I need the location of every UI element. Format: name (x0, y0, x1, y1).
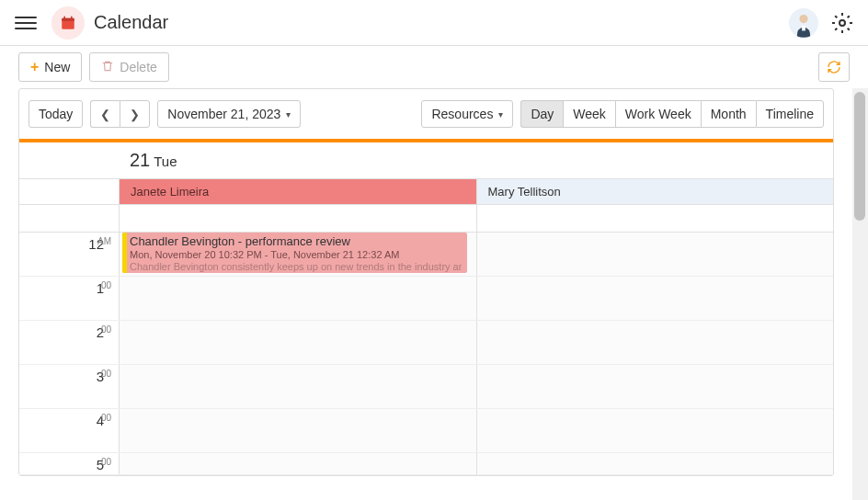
event-title: Chandler Bevington - performance review (130, 234, 462, 248)
caret-down-icon: ▾ (286, 109, 291, 119)
hour-suffix: 00 (101, 457, 111, 467)
view-week-button[interactable]: Week (563, 100, 615, 128)
chevron-left-icon: ❮ (100, 108, 110, 121)
time-cell[interactable] (476, 277, 834, 320)
hour-suffix: 00 (101, 280, 111, 290)
resources-label: Resources (431, 107, 493, 121)
resource-column-janete[interactable]: Janete Limeira (119, 179, 476, 204)
app-title: Calendar (94, 12, 168, 33)
time-row: 200 (19, 321, 833, 365)
prev-button[interactable]: ❮ (90, 100, 120, 128)
event-time: Mon, November 20 10:32 PM - Tue, Novembe… (130, 249, 462, 260)
refresh-button[interactable] (818, 52, 850, 82)
allday-cell[interactable] (476, 205, 834, 232)
view-month-button[interactable]: Month (701, 100, 756, 128)
day-name: Tue (154, 153, 177, 169)
time-row: 300 (19, 365, 833, 409)
caret-down-icon: ▾ (498, 109, 503, 119)
view-workweek-button[interactable]: Work Week (615, 100, 701, 128)
calendar-controls: Today ❮ ❯ November 21, 2023 ▾ Resources … (19, 89, 833, 139)
actions-bar: + New Delete (0, 46, 868, 88)
user-avatar[interactable] (789, 8, 818, 38)
allday-row (19, 205, 833, 233)
day-number: 21 (130, 150, 150, 170)
hour-suffix: 00 (101, 324, 111, 335)
time-cell[interactable] (476, 365, 834, 408)
hour-suffix: 00 (101, 413, 111, 423)
time-grid: 12AM 100 200 300 400 (19, 233, 833, 475)
settings-icon[interactable] (831, 12, 853, 34)
svg-rect-3 (71, 16, 73, 19)
date-header: 21Tue (19, 142, 833, 179)
svg-rect-1 (62, 17, 74, 20)
view-day-button[interactable]: Day (520, 100, 563, 128)
time-row: 500 (19, 453, 833, 475)
vertical-scrollbar[interactable] (852, 88, 868, 500)
date-label: November 21, 2023 (167, 107, 280, 121)
time-row: 400 (19, 409, 833, 453)
time-cell[interactable] (476, 409, 834, 452)
time-cell[interactable] (119, 409, 476, 452)
svg-rect-2 (64, 16, 66, 19)
svg-point-4 (799, 15, 807, 23)
calendar-panel: Today ❮ ❯ November 21, 2023 ▾ Resources … (18, 88, 834, 476)
svg-rect-5 (802, 25, 805, 29)
time-cell[interactable] (476, 321, 834, 364)
hour-suffix: AM (97, 236, 111, 246)
plus-icon: + (30, 60, 39, 74)
today-button[interactable]: Today (29, 100, 83, 128)
trash-icon (101, 60, 114, 75)
time-row: 100 (19, 277, 833, 321)
event-description: Chandler Bevington consistently keeps up… (130, 261, 462, 272)
time-cell[interactable] (119, 277, 476, 320)
allday-cell[interactable] (119, 205, 476, 232)
content-area: Today ❮ ❯ November 21, 2023 ▾ Resources … (0, 88, 852, 500)
date-picker-button[interactable]: November 21, 2023 ▾ (157, 100, 301, 128)
menu-icon[interactable] (15, 12, 37, 34)
svg-point-6 (839, 20, 845, 26)
new-button[interactable]: + New (18, 52, 82, 82)
delete-button[interactable]: Delete (89, 52, 168, 82)
time-cell[interactable] (476, 453, 834, 474)
scrollbar-thumb[interactable] (854, 92, 865, 221)
view-switcher: Day Week Work Week Month Timeline (520, 100, 824, 128)
new-button-label: New (44, 60, 70, 74)
resource-column-mary[interactable]: Mary Tellitson (476, 179, 834, 204)
time-cell[interactable] (119, 365, 476, 408)
calendar-app-icon (51, 6, 85, 40)
calendar-event[interactable]: Chandler Bevington - performance review … (122, 233, 467, 273)
event-accent-bar (122, 233, 127, 273)
resource-header: Janete Limeira Mary Tellitson (19, 179, 833, 205)
date-heading[interactable]: 21Tue (119, 142, 833, 178)
top-bar: Calendar (0, 0, 868, 46)
view-timeline-button[interactable]: Timeline (756, 100, 824, 128)
hour-suffix: 00 (101, 369, 111, 379)
time-cell[interactable] (119, 453, 476, 474)
time-cell[interactable] (119, 321, 476, 364)
resources-button[interactable]: Resources ▾ (421, 100, 513, 128)
delete-button-label: Delete (120, 60, 156, 74)
chevron-right-icon: ❯ (130, 108, 140, 121)
time-cell[interactable] (476, 233, 834, 276)
next-button[interactable]: ❯ (120, 100, 150, 128)
refresh-icon (827, 60, 841, 74)
